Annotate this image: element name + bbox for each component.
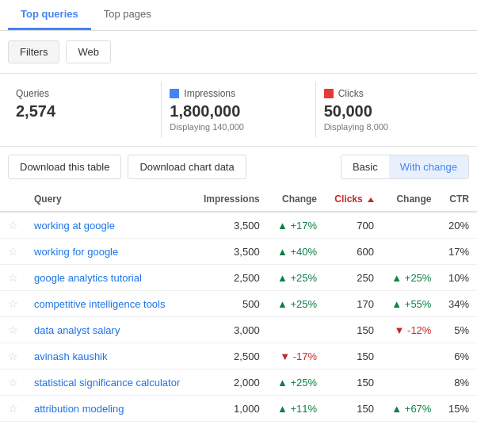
- star-icon[interactable]: ☆: [8, 219, 18, 232]
- click-change-cell: [382, 343, 439, 370]
- click-change-cell: [382, 370, 439, 396]
- query-cell: attribution modeling: [26, 396, 193, 422]
- star-cell[interactable]: ☆: [0, 265, 26, 291]
- ctr-cell: 6%: [439, 343, 477, 370]
- star-icon[interactable]: ☆: [8, 245, 18, 258]
- col-clicks[interactable]: Clicks: [325, 187, 382, 212]
- star-cell[interactable]: ☆: [0, 291, 26, 317]
- col-click-change: Change: [382, 187, 439, 212]
- table-row: ☆working at google3,500▲ +17%70020%: [0, 212, 477, 239]
- impressions-cell: 3,500: [193, 212, 268, 239]
- star-icon[interactable]: ☆: [8, 324, 18, 336]
- impressions-cell: 1,000: [193, 396, 268, 422]
- basic-toggle-button[interactable]: Basic: [342, 155, 389, 178]
- metric-clicks-sub: Displaying 8,000: [324, 122, 461, 132]
- star-cell[interactable]: ☆: [0, 212, 26, 239]
- imp-change-cell: [268, 317, 325, 343]
- metric-impressions-value: 1,800,000: [170, 102, 307, 121]
- star-cell[interactable]: ☆: [0, 317, 26, 343]
- query-cell: working for google: [26, 239, 193, 265]
- download-table-button[interactable]: Download this table: [8, 155, 121, 179]
- ctr-cell: 8%: [439, 370, 477, 396]
- filters-row: Filters Web: [0, 31, 477, 73]
- table-row: ☆competitive intelligence tools500▲ +25%…: [0, 291, 477, 317]
- clicks-cell: 600: [325, 239, 382, 265]
- query-link[interactable]: working for google: [34, 246, 118, 258]
- ctr-cell: 17%: [439, 239, 477, 265]
- query-cell: avinash kaushik: [26, 343, 193, 370]
- table-row: ☆working for google3,500▲ +40%60017%: [0, 239, 477, 265]
- star-icon[interactable]: ☆: [8, 376, 18, 389]
- query-link[interactable]: google analytics tutorial: [34, 272, 142, 284]
- table-row: ☆avinash kaushik2,500▼ -17%1506%: [0, 343, 477, 370]
- query-link[interactable]: avinash kaushik: [34, 350, 108, 362]
- query-cell: working at google: [26, 212, 193, 239]
- clicks-cell: 150: [325, 396, 382, 422]
- imp-change-cell: ▲ +25%: [268, 370, 325, 396]
- impressions-cell: 3,500: [193, 239, 268, 265]
- click-change-cell: ▲ +25%: [382, 265, 439, 291]
- metric-queries-label: Queries: [16, 88, 153, 99]
- metric-clicks-value: 50,000: [324, 102, 461, 121]
- col-star: [0, 187, 26, 212]
- star-cell[interactable]: ☆: [0, 396, 26, 422]
- query-link[interactable]: attribution modeling: [34, 403, 124, 415]
- tabs-bar: Top queries Top pages: [0, 0, 477, 31]
- query-link[interactable]: working at google: [34, 220, 115, 232]
- ctr-cell: 15%: [439, 396, 477, 422]
- with-change-toggle-button[interactable]: With change: [389, 155, 468, 178]
- clicks-cell: 700: [325, 212, 382, 239]
- query-cell: data analyst salary: [26, 317, 193, 343]
- clicks-cell: 250: [325, 265, 382, 291]
- clicks-cell: 170: [325, 291, 382, 317]
- clicks-dot: [324, 89, 334, 98]
- metric-impressions: Impressions 1,800,000 Displaying 140,000: [162, 82, 315, 138]
- filters-button[interactable]: Filters: [8, 40, 59, 63]
- imp-change-cell: ▲ +17%: [268, 212, 325, 239]
- metric-queries-value: 2,574: [16, 102, 153, 121]
- star-icon[interactable]: ☆: [8, 297, 18, 310]
- star-icon[interactable]: ☆: [8, 350, 18, 362]
- actions-row: Download this table Download chart data …: [0, 147, 477, 187]
- table-row: ☆statistical significance calculator2,00…: [0, 370, 477, 396]
- click-change-cell: ▼ -12%: [382, 317, 439, 343]
- clicks-sort-arrow: [368, 197, 374, 202]
- clicks-cell: 150: [325, 370, 382, 396]
- star-cell[interactable]: ☆: [0, 370, 26, 396]
- query-link[interactable]: statistical significance calculator: [34, 377, 180, 389]
- data-table: Query Impressions Change Clicks Change C…: [0, 187, 477, 422]
- impressions-cell: 2,500: [193, 343, 268, 370]
- col-query: Query: [26, 187, 193, 212]
- imp-change-cell: ▲ +25%: [268, 265, 325, 291]
- impressions-dot: [170, 89, 179, 98]
- metric-impressions-label: Impressions: [170, 88, 307, 99]
- click-change-cell: ▲ +55%: [382, 291, 439, 317]
- query-link[interactable]: competitive intelligence tools: [34, 298, 165, 310]
- metric-queries: Queries 2,574: [8, 82, 162, 138]
- query-link[interactable]: data analyst salary: [34, 324, 120, 336]
- star-icon[interactable]: ☆: [8, 402, 18, 415]
- table-row: ☆data analyst salary3,000150▼ -12%5%: [0, 317, 477, 343]
- star-icon[interactable]: ☆: [8, 271, 18, 284]
- imp-change-cell: ▲ +40%: [268, 239, 325, 265]
- impressions-cell: 2,500: [193, 265, 268, 291]
- metric-clicks-label: Clicks: [324, 88, 461, 99]
- view-toggle: Basic With change: [341, 155, 469, 179]
- table-row: ☆google analytics tutorial2,500▲ +25%250…: [0, 265, 477, 291]
- star-cell[interactable]: ☆: [0, 343, 26, 370]
- clicks-cell: 150: [325, 317, 382, 343]
- ctr-cell: 34%: [439, 291, 477, 317]
- star-cell[interactable]: ☆: [0, 239, 26, 265]
- impressions-cell: 2,000: [193, 370, 268, 396]
- click-change-cell: ▲ +67%: [382, 396, 439, 422]
- imp-change-cell: ▼ -17%: [268, 343, 325, 370]
- tab-top-queries[interactable]: Top queries: [8, 0, 91, 30]
- clicks-cell: 150: [325, 343, 382, 370]
- imp-change-cell: ▲ +11%: [268, 396, 325, 422]
- tab-top-pages[interactable]: Top pages: [91, 0, 164, 30]
- impressions-cell: 500: [193, 291, 268, 317]
- click-change-cell: [382, 239, 439, 265]
- query-cell: statistical significance calculator: [26, 370, 193, 396]
- download-chart-button[interactable]: Download chart data: [128, 155, 246, 179]
- web-filter-button[interactable]: Web: [66, 40, 111, 63]
